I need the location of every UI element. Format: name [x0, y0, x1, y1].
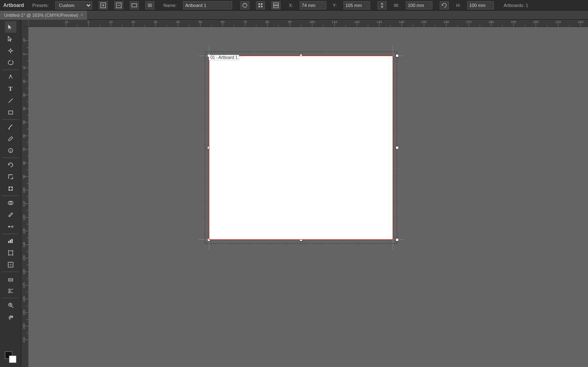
document-tab[interactable]: Untitled-1* @ 163% (CMYK/Preview) ×	[0, 11, 88, 20]
svg-text:40: 40	[176, 20, 180, 24]
canvas-area[interactable]: -100102030405060708090100110120130140150…	[21, 20, 588, 367]
rotate-tool-btn[interactable]	[5, 159, 16, 171]
handle-br[interactable]	[396, 238, 399, 241]
svg-point-23	[10, 75, 11, 76]
zoom-tool-btn[interactable]	[5, 299, 16, 311]
paintbrush-tool-btn[interactable]	[5, 121, 16, 133]
type-icon: T	[8, 86, 12, 92]
h-input[interactable]	[467, 1, 494, 9]
doc-tab-close[interactable]: ×	[81, 13, 83, 17]
rearrange-btn[interactable]	[145, 1, 154, 9]
artboard-options-btn[interactable]	[130, 1, 139, 9]
hand-tool-btn[interactable]	[5, 311, 16, 323]
app-name: Artboard	[3, 2, 24, 8]
svg-text:210: 210	[556, 20, 561, 24]
svg-point-26	[8, 128, 9, 130]
svg-text:0: 0	[88, 20, 90, 24]
svg-text:170: 170	[466, 20, 472, 24]
canvas-content[interactable]: 01 - Artboard 1	[29, 27, 588, 367]
svg-point-36	[11, 226, 13, 227]
svg-rect-40	[11, 239, 13, 243]
bar-chart-tool-btn[interactable]	[5, 235, 16, 247]
svg-text:40: 40	[22, 106, 26, 110]
name-label: Name:	[163, 3, 176, 8]
lasso-tool-btn[interactable]	[5, 57, 16, 68]
background-swatch[interactable]	[9, 356, 16, 363]
transform-icon-btn[interactable]	[240, 1, 249, 9]
svg-text:140: 140	[22, 242, 26, 248]
tool-separator-1	[2, 70, 19, 70]
magic-wand-tool-btn[interactable]	[5, 45, 16, 56]
svg-text:120: 120	[354, 20, 360, 24]
svg-text:160: 160	[443, 20, 449, 24]
main-area: T	[0, 20, 588, 367]
svg-text:70: 70	[243, 20, 247, 24]
svg-text:180: 180	[488, 20, 494, 24]
pencil-tool-btn[interactable]	[5, 133, 16, 144]
svg-line-53	[10, 289, 13, 290]
svg-rect-11	[258, 3, 260, 5]
scissors-tool-btn[interactable]	[5, 285, 16, 297]
tool-separator-4	[2, 196, 19, 196]
svg-rect-30	[11, 187, 13, 188]
x-label: X:	[289, 3, 293, 8]
svg-line-56	[11, 306, 13, 308]
svg-text:80: 80	[22, 161, 26, 164]
svg-text:150: 150	[22, 255, 26, 261]
constrain-proportions-btn[interactable]	[378, 1, 387, 9]
artboard-name-input[interactable]	[183, 1, 232, 9]
svg-text:190: 190	[511, 20, 516, 24]
ruler-left-marks: -100102030405060708090100110120130140150…	[21, 27, 29, 367]
tool-separator-5	[2, 234, 19, 234]
delete-artboard-btn[interactable]	[114, 1, 123, 9]
type-tool-btn[interactable]: T	[5, 83, 16, 95]
ruler-left: -100102030405060708090100110120130140150…	[21, 27, 29, 367]
svg-rect-5	[132, 4, 137, 7]
svg-rect-39	[10, 240, 11, 243]
presets-dropdown[interactable]: Custom Letter A4	[55, 1, 92, 9]
color-swatches	[5, 351, 16, 365]
shape-builder-tool-btn[interactable]	[5, 197, 16, 209]
pen-tool-btn[interactable]	[5, 71, 16, 83]
svg-text:210: 210	[22, 337, 26, 342]
free-transform-tool-btn[interactable]	[5, 183, 16, 194]
handle-tr[interactable]	[396, 54, 399, 57]
selection-tool-btn[interactable]	[5, 21, 16, 33]
handle-mr[interactable]	[396, 146, 399, 149]
artboard-canvas[interactable]	[209, 56, 393, 240]
svg-text:90: 90	[22, 175, 26, 178]
svg-text:170: 170	[22, 282, 26, 288]
x-input[interactable]	[300, 1, 326, 9]
eyedropper-tool-btn[interactable]	[5, 209, 16, 221]
svg-text:80: 80	[266, 20, 269, 24]
w-input[interactable]	[406, 1, 432, 9]
eraser-tool-btn[interactable]	[5, 273, 16, 285]
grid-btn1[interactable]	[256, 1, 265, 9]
svg-text:150: 150	[421, 20, 427, 24]
ruler-top-marks: -100102030405060708090100110120130140150…	[21, 20, 588, 27]
new-artboard-btn[interactable]	[99, 1, 108, 9]
scale-tool-btn[interactable]	[5, 171, 16, 182]
blob-brush-tool-btn[interactable]	[5, 145, 16, 156]
grid-btn2[interactable]	[271, 1, 280, 9]
artboard-tool-btn[interactable]	[5, 247, 16, 259]
rectangle-tool-btn[interactable]	[5, 107, 16, 118]
svg-text:30: 30	[154, 20, 157, 24]
line-tool-btn[interactable]	[5, 95, 16, 106]
y-input[interactable]	[344, 1, 370, 9]
artboard-label: 01 - Artboard 1	[209, 55, 239, 60]
svg-text:20: 20	[22, 79, 26, 83]
tab-bar: Untitled-1* @ 163% (CMYK/Preview) ×	[0, 11, 588, 20]
svg-text:0: 0	[22, 53, 26, 55]
blend-tool-btn[interactable]	[5, 221, 16, 232]
svg-point-35	[8, 226, 10, 227]
color-swatch-pair[interactable]	[5, 351, 16, 363]
svg-text:200: 200	[533, 20, 539, 24]
direct-select-tool-btn[interactable]	[5, 33, 16, 45]
refresh-btn[interactable]	[440, 1, 449, 9]
svg-line-54	[10, 292, 13, 293]
slice-tool-btn[interactable]	[5, 259, 16, 270]
svg-text:110: 110	[332, 20, 337, 24]
left-toolbar: T	[0, 20, 21, 367]
svg-text:10: 10	[22, 66, 26, 70]
